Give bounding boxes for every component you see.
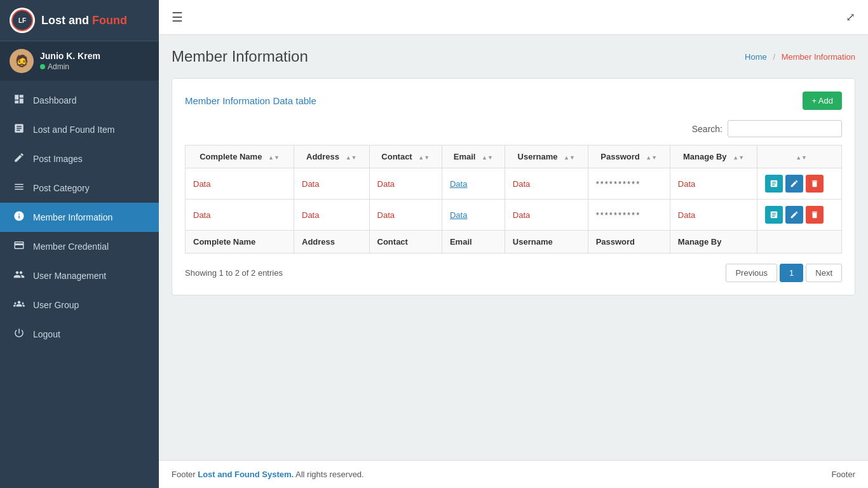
sidebar-item-user-group[interactable]: User Group: [0, 290, 159, 320]
sidebar-item-member-credential[interactable]: Member Credential: [0, 232, 159, 261]
previous-button[interactable]: Previous: [726, 264, 777, 282]
cell-actions: [757, 200, 842, 231]
breadcrumb-current: Member Information: [782, 52, 855, 62]
footer-email: Email: [442, 231, 505, 254]
next-button[interactable]: Next: [806, 264, 842, 282]
content-area: Member Information Home / Member Informa…: [159, 35, 868, 460]
footer-right: Footer: [831, 470, 855, 479]
cell-complete-name: Data: [186, 200, 294, 231]
cell-address: Data: [294, 168, 370, 200]
user-role: Admin: [48, 62, 69, 71]
sort-manage-by-icon: ▲▼: [733, 154, 744, 161]
edit-button[interactable]: [785, 175, 803, 193]
sidebar-item-user-management[interactable]: User Management: [0, 261, 159, 290]
sidebar-item-post-images[interactable]: Post Images: [0, 144, 159, 173]
email-link[interactable]: Data: [450, 210, 467, 220]
col-username[interactable]: Username ▲▼: [505, 146, 588, 168]
cell-manage-by: Data: [670, 200, 757, 231]
sort-address-icon: ▲▼: [346, 154, 357, 161]
logout-icon: [13, 327, 25, 341]
col-manage-by[interactable]: Manage By ▲▼: [670, 146, 757, 168]
topbar-right: ⤢: [846, 10, 855, 24]
view-button[interactable]: [765, 175, 783, 193]
delete-button[interactable]: [806, 175, 824, 193]
showing-text: Showing 1 to 2 of 2 entries: [185, 268, 283, 278]
sidebar-brand: LF Lost and Found: [0, 0, 159, 41]
page-title: Member Information: [172, 48, 308, 65]
pagination-area: Showing 1 to 2 of 2 entries Previous 1 N…: [185, 264, 842, 282]
sort-complete-name-icon: ▲▼: [268, 154, 280, 161]
col-address[interactable]: Address ▲▼: [294, 146, 370, 168]
footer-left: Footer Lost and Found System. All rights…: [172, 470, 364, 479]
action-btns: [765, 206, 834, 224]
edit-button[interactable]: [785, 206, 803, 224]
cell-username: Data: [505, 200, 588, 231]
col-email[interactable]: Email ▲▼: [442, 146, 505, 168]
email-link[interactable]: Data: [450, 179, 467, 189]
cell-password: **********: [588, 200, 670, 231]
hamburger-button[interactable]: ☰: [172, 10, 183, 25]
main-card: Member Information Data table + Add Sear…: [172, 78, 855, 295]
col-actions: ▲▼: [757, 146, 842, 168]
sidebar-item-dashboard[interactable]: Dashboard: [0, 86, 159, 115]
footer-complete-name: Complete Name: [186, 231, 294, 254]
sidebar-item-logout[interactable]: Logout: [0, 320, 159, 349]
pagination: Previous 1 Next: [726, 264, 842, 282]
footer-username: Username: [505, 231, 588, 254]
avatar: 🧔: [10, 49, 34, 73]
dashboard-label: Dashboard: [33, 95, 77, 105]
expand-icon[interactable]: ⤢: [846, 10, 855, 24]
breadcrumb-sep: /: [773, 52, 775, 62]
footer-manage-by: Manage By: [670, 231, 757, 254]
search-bar: Search:: [185, 120, 842, 137]
user-badge: Admin: [40, 62, 69, 71]
user-panel: 🧔 Junio K. Krem Admin: [0, 41, 159, 81]
sort-password-icon: ▲▼: [646, 154, 657, 161]
search-input[interactable]: [728, 120, 842, 137]
cell-email: Data: [442, 168, 505, 200]
lost-found-label: Lost and Found Item: [33, 125, 114, 135]
sidebar-item-post-category[interactable]: Post Category: [0, 173, 159, 203]
member-credential-icon: [13, 240, 25, 254]
post-category-label: Post Category: [33, 183, 90, 193]
col-complete-name[interactable]: Complete Name ▲▼: [186, 146, 294, 168]
user-group-icon: [13, 298, 25, 312]
view-button[interactable]: [765, 206, 783, 224]
sort-username-icon: ▲▼: [564, 154, 575, 161]
cell-contact: Data: [369, 168, 442, 200]
sidebar-item-member-information[interactable]: Member Information: [0, 203, 159, 232]
sort-actions-icon: ▲▼: [796, 154, 807, 161]
sort-contact-icon: ▲▼: [418, 154, 430, 161]
page-header: Member Information Home / Member Informa…: [172, 48, 855, 65]
footer-actions: [757, 231, 842, 254]
member-credential-label: Member Credential: [33, 241, 109, 252]
logout-label: Logout: [33, 329, 60, 339]
col-password[interactable]: Password ▲▼: [588, 146, 670, 168]
dashboard-icon: [13, 93, 25, 107]
brand-highlight: Found: [92, 14, 127, 27]
cell-manage-by: Data: [670, 168, 757, 200]
sidebar: LF Lost and Found 🧔 Junio K. Krem Admin: [0, 0, 159, 488]
user-name: Junio K. Krem: [40, 51, 100, 61]
search-label: Search:: [692, 124, 722, 134]
delete-button[interactable]: [806, 206, 824, 224]
page-1-button[interactable]: 1: [780, 264, 803, 282]
table-row: Data Data Data Data Data ********** Data: [186, 168, 842, 200]
footer-address: Address: [294, 231, 370, 254]
card-title: Member Information Data table: [185, 95, 316, 106]
table-footer-row: Complete Name Address Contact Email User…: [186, 231, 842, 254]
col-contact[interactable]: Contact ▲▼: [369, 146, 442, 168]
cell-email: Data: [442, 200, 505, 231]
post-images-label: Post Images: [33, 154, 83, 164]
sidebar-nav: Dashboard Lost and Found Item Post Image…: [0, 81, 159, 488]
footer-contact: Contact: [369, 231, 442, 254]
footer-suffix: All rights reserved.: [294, 470, 364, 479]
member-info-label: Member Information: [33, 212, 112, 222]
cell-contact: Data: [369, 200, 442, 231]
cell-actions: [757, 168, 842, 200]
member-info-icon: [13, 210, 25, 224]
breadcrumb-home[interactable]: Home: [745, 52, 767, 62]
card-header: Member Information Data table + Add: [185, 92, 842, 110]
sidebar-item-lost-and-found-item[interactable]: Lost and Found Item: [0, 115, 159, 144]
add-button[interactable]: + Add: [803, 92, 842, 110]
